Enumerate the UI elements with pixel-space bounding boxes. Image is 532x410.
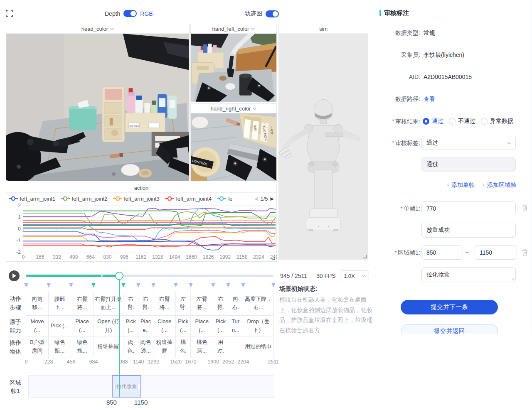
data-path-view-link[interactable]: 查看: [424, 96, 435, 103]
legend-label: le: [228, 196, 232, 202]
legend-marker-icon: [217, 196, 226, 201]
step-name-cell: 右臂将...: [71, 291, 93, 316]
radio-label: 不通过: [458, 118, 475, 125]
step-marker[interactable]: [151, 283, 155, 287]
step-marker-active[interactable]: [121, 283, 126, 287]
head-camera-panel: head_color: [6, 24, 190, 181]
step-column: 高度下降，右...Drop（丢下）用过的纸巾: [243, 291, 273, 358]
slider-handle[interactable]: [115, 272, 123, 280]
review-tag-note-textarea[interactable]: 通过: [421, 157, 516, 172]
region-start-input[interactable]: [421, 246, 463, 260]
row-label-action-steps: 动作步骤: [7, 291, 23, 315]
chart-series-series_blue_deep: [23, 241, 276, 245]
textarea-resize-icon[interactable]: [511, 233, 515, 236]
resize-corner-icon[interactable]: [363, 255, 367, 258]
review-result-radio-不通过[interactable]: 不通过: [449, 118, 475, 125]
step-marker[interactable]: [226, 283, 230, 287]
legend-item[interactable]: left_arm_joint4: [165, 196, 212, 202]
textarea-resize-icon[interactable]: [511, 167, 515, 170]
legend-item[interactable]: left_arm_joint2: [61, 196, 107, 202]
scene-text: 梳妆台在机器人前，化妆盒在桌面上，化妆盒的侧边摆放着物品，化妆品，护肤品盒垃圾在…: [279, 295, 372, 335]
legend-next-icon[interactable]: ▶: [271, 196, 274, 201]
object-cell: [228, 336, 243, 357]
legend-label: left_arm_joint3: [124, 196, 160, 202]
frame-axis-label: 2204: [237, 359, 249, 365]
trajectory-label: 轨迹图: [245, 10, 262, 17]
panel-title: 审核标注: [379, 9, 409, 17]
region-frame-track[interactable]: 拉化妆盒: [28, 375, 274, 398]
x-tick-label: 166: [36, 254, 44, 260]
x-tick-label: 1328: [152, 254, 163, 260]
legend-item[interactable]: left_arm_joint1: [9, 196, 55, 202]
review-result-radio-异常数据[interactable]: 异常数据: [481, 118, 513, 125]
textarea-resize-icon[interactable]: [511, 277, 515, 281]
frame-axis-label: 1292: [148, 359, 159, 365]
review-tag-select[interactable]: 通过: [421, 136, 516, 150]
step-marker[interactable]: [174, 283, 178, 287]
region-frame-block[interactable]: 拉化妆盒: [112, 375, 141, 398]
review-tag-value: 通过: [426, 139, 438, 147]
region-right-handle[interactable]: [138, 383, 140, 390]
legend-marker-icon: [9, 196, 18, 201]
step-marker[interactable]: [24, 283, 28, 287]
step-column: 右臂将...Close (...粉饼抽屉: [153, 291, 176, 358]
hand-right-camera-selector[interactable]: hand_right_color: [191, 104, 276, 113]
region-start-label: 850: [101, 399, 121, 406]
single-frame-input[interactable]: [421, 201, 516, 215]
row-label-objects: 操作物体: [7, 337, 23, 357]
action-line-chart: 210-1-2016633249866483099611621328149416…: [6, 203, 277, 261]
review-tag-label: *审核标签:: [373, 140, 420, 147]
delete-single-frame-icon[interactable]: [522, 204, 528, 211]
step-marker[interactable]: [47, 283, 51, 287]
object-cell: 用过.: [213, 336, 228, 357]
atomic-skill-cell: Place..: [138, 316, 153, 336]
chevron-down-icon: [251, 27, 255, 31]
single-frame-note-textarea[interactable]: 放置成功: [421, 223, 516, 238]
region-left-handle[interactable]: [113, 383, 116, 390]
atomic-skill-cell: Turn...: [228, 316, 243, 336]
legend-prev-icon[interactable]: ◀: [254, 196, 258, 201]
review-result-radio-group: 通过不通过异常数据: [423, 118, 513, 125]
speed-select[interactable]: 1.0X: [340, 270, 369, 281]
submit-and-return-button[interactable]: 提交并返回: [401, 324, 498, 334]
head-camera-selector[interactable]: head_color: [6, 24, 189, 34]
x-tick-label: 498: [69, 254, 78, 260]
y-tick-label: -2: [16, 249, 21, 255]
step-marker[interactable]: [189, 283, 193, 287]
play-button[interactable]: [9, 270, 20, 281]
step-column: 右臂.Place..肉色透...: [138, 291, 153, 358]
add-single-frame-link[interactable]: + 添加单帧: [446, 182, 475, 189]
hand-left-camera-selector[interactable]: hand_left_color: [191, 24, 276, 34]
delete-region-frame-icon[interactable]: [522, 249, 528, 256]
step-marker[interactable]: [271, 283, 276, 287]
depth-rgb-toggle[interactable]: [123, 10, 137, 17]
region-frame-note-textarea[interactable]: 拉化妆盒: [421, 267, 516, 282]
submit-and-next-button[interactable]: 提交并下一条: [401, 300, 498, 314]
playback-slider[interactable]: [26, 273, 273, 279]
resize-corner-icon[interactable]: [271, 256, 275, 260]
frame-axis-label: 2052: [222, 359, 234, 365]
trajectory-toggle[interactable]: [266, 10, 279, 17]
step-marker[interactable]: [211, 283, 215, 287]
atomic-skill-cell: Pick (...: [213, 316, 228, 336]
step-name-cell: 右臂.: [213, 291, 228, 316]
legend-marker-icon: [61, 196, 70, 201]
step-name-cell: 向前移...: [26, 291, 48, 316]
step-marker[interactable]: [241, 283, 245, 287]
step-marker-active[interactable]: [91, 283, 96, 287]
frame-axis-label: 684: [89, 359, 98, 365]
step-column: 右臂.Pick (...肉色.: [123, 291, 138, 358]
step-column: 向前移...Move (...B户型房间: [26, 291, 49, 358]
review-result-radio-通过[interactable]: 通过: [423, 118, 443, 125]
legend-item[interactable]: le: [217, 196, 232, 202]
add-region-frame-link[interactable]: + 添加区域帧: [482, 182, 516, 189]
step-marker[interactable]: [69, 283, 73, 287]
region-end-input[interactable]: [475, 246, 517, 260]
fullscreen-icon[interactable]: [6, 10, 13, 17]
y-tick-label: -1: [16, 238, 21, 243]
legend-label: left_arm_joint2: [72, 196, 107, 202]
legend-label: left_arm_joint4: [176, 196, 212, 202]
scene-title: 场景初始状态:: [279, 285, 372, 293]
legend-item[interactable]: left_arm_joint3: [113, 196, 160, 202]
step-marker[interactable]: [136, 283, 140, 287]
